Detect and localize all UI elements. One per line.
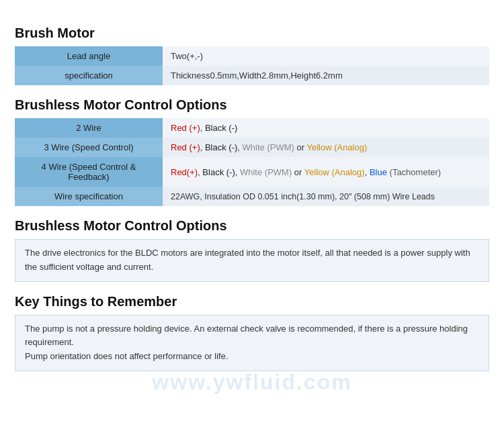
brushless-desc-text: The drive electronics for the BLDC motor… <box>25 248 470 272</box>
table-row: Lead angle Two(+,-) <box>15 46 489 66</box>
tachometer-text: (Tachometer) <box>387 167 441 177</box>
table-row: 2 Wire Red (+), Black (-) <box>15 118 489 138</box>
key-things-title: Key Things to Remember <box>15 294 489 309</box>
black-text: Black (-) <box>205 142 237 152</box>
key-things-box: The pump is not a pressure holding devic… <box>15 315 489 371</box>
black-text: Black (-) <box>205 123 237 133</box>
black-text: Black (-) <box>202 167 235 177</box>
key-things-line-1: The pump is not a pressure holding devic… <box>25 322 479 350</box>
4wire-label: 4 Wire (Speed Control & Feedback) <box>15 157 163 187</box>
brushless-desc-title: Brushless Motor Control Options <box>15 218 489 234</box>
table-row: 4 Wire (Speed Control & Feedback) Red(+)… <box>15 157 489 187</box>
table-row: Wire specification 22AWG, Insulation OD … <box>15 187 489 206</box>
2wire-label: 2 Wire <box>15 118 163 138</box>
lead-angle-value: Two(+,-) <box>163 46 489 66</box>
brushless-options-title: Brushless Motor Control Options <box>15 97 489 113</box>
white-text: White (PWM) <box>240 167 292 177</box>
specification-value: Thickness0.5mm,Width2.8mm,Height6.2mm <box>163 66 489 85</box>
wire-spec-label: Wire specification <box>15 187 163 206</box>
red-text: Red (+) <box>171 142 200 152</box>
brush-motor-title: Brush Motor <box>15 26 489 41</box>
brushless-desc-box: The drive electronics for the BLDC motor… <box>15 239 489 282</box>
brushless-options-table: 2 Wire Red (+), Black (-) 3 Wire (Speed … <box>15 118 489 206</box>
4wire-value: Red(+), Black (-), White (PWM) or Yellow… <box>163 157 489 187</box>
watermark: www.ywfluid.com <box>0 370 504 395</box>
specification-label: specification <box>15 66 163 85</box>
3wire-value: Red (+), Black (-), White (PWM) or Yello… <box>163 138 489 157</box>
yellow-text: Yellow (Analog) <box>304 167 365 177</box>
red-text: Red(+) <box>171 167 198 177</box>
white-text: White (PWM) <box>243 142 294 152</box>
comma: , <box>200 123 205 133</box>
table-row: specification Thickness0.5mm,Width2.8mm,… <box>15 66 489 85</box>
lead-angle-label: Lead angle <box>15 46 163 66</box>
yellow-text: Yellow (Analog) <box>306 142 367 152</box>
red-text: Red (+) <box>171 123 200 133</box>
wire-spec-value: 22AWG, Insulation OD 0.051 inch(1.30 mm)… <box>163 187 489 206</box>
table-row: 3 Wire (Speed Control) Red (+), Black (-… <box>15 138 489 157</box>
key-things-line-2: Pump orientation does not affect perform… <box>25 350 479 364</box>
2wire-value: Red (+), Black (-) <box>163 118 489 138</box>
blue-text: Blue <box>370 167 387 177</box>
3wire-label: 3 Wire (Speed Control) <box>15 138 163 157</box>
brush-motor-table: Lead angle Two(+,-) specification Thickn… <box>15 46 489 85</box>
